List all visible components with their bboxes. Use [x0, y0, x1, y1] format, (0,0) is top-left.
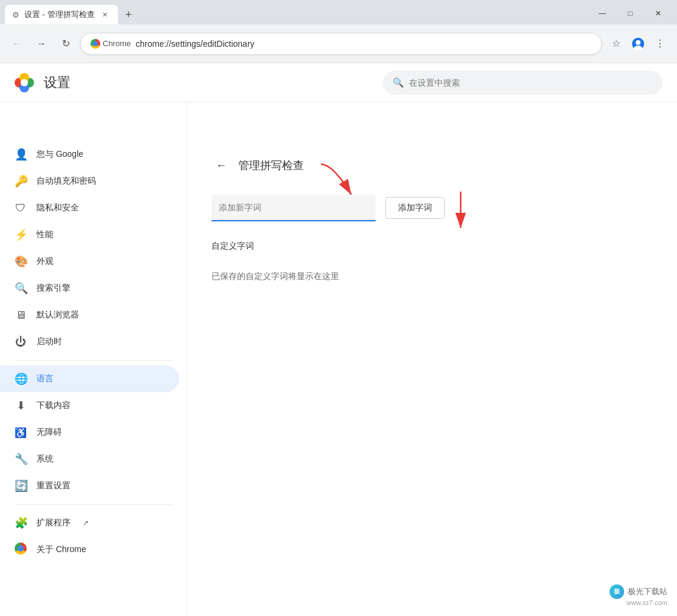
reset-icon: 🔄	[15, 479, 27, 493]
external-link-icon: ↗	[83, 519, 89, 527]
watermark-icon: 极	[610, 584, 624, 599]
key-icon: 🔑	[15, 175, 27, 188]
settings-logo	[15, 73, 34, 92]
sidebar-extensions-label: 扩展程序	[36, 517, 70, 528]
forward-button[interactable]: →	[32, 34, 51, 54]
watermark-site-name: 极光下载站	[628, 586, 667, 597]
sidebar-item-label: 性能	[36, 229, 53, 240]
sidebar: 👤 您与 Google 🔑 自动填充和密码 🛡 隐私和安全 ⚡ 性能 🎨 外观 …	[0, 102, 187, 616]
download-icon: ⬇	[15, 399, 27, 412]
sidebar-item-label: 默认浏览器	[36, 310, 79, 320]
custom-words-section: 自定义字词 已保存的自定义字词将显示在这里	[211, 241, 649, 292]
empty-state-text: 已保存的自定义字词将显示在这里	[211, 261, 649, 292]
svg-point-1	[636, 40, 641, 45]
tab-close-button[interactable]: ✕	[100, 9, 111, 20]
power-icon: ⏻	[15, 336, 27, 348]
input-section: 添加字词	[211, 195, 649, 221]
search-input[interactable]	[409, 78, 653, 88]
sidebar-item-downloads[interactable]: ⬇ 下载内容	[0, 392, 179, 419]
sidebar-item-label: 无障碍	[36, 427, 62, 438]
sidebar-item-language[interactable]: 🌐 语言	[0, 365, 179, 392]
settings-title: 设置	[44, 74, 70, 92]
maximize-button[interactable]: □	[616, 5, 644, 22]
tab-title: 设置 - 管理拼写检查	[24, 9, 95, 20]
settings-top-bar: 设置 🔍	[0, 63, 677, 102]
sidebar-item-reset[interactable]: 🔄 重置设置	[0, 472, 179, 499]
sidebar-item-label: 您与 Google	[36, 149, 83, 160]
sidebar-item-label: 系统	[36, 454, 53, 465]
window-controls: — □ ✕	[588, 5, 672, 22]
sidebar-item-label: 语言	[36, 373, 53, 384]
search-icon: 🔍	[393, 77, 404, 88]
sidebar-divider-2	[15, 504, 172, 505]
wrench-icon: 🔧	[15, 452, 27, 466]
sidebar-item-google[interactable]: 👤 您与 Google	[0, 141, 179, 168]
titlebar: ⚙ 设置 - 管理拼写检查 ✕ + — □ ✕	[0, 0, 677, 24]
sidebar-item-about[interactable]: 关于 Chrome	[0, 536, 179, 563]
active-tab[interactable]: ⚙ 设置 - 管理拼写检查 ✕	[5, 5, 118, 24]
sidebar-item-appearance[interactable]: 🎨 外观	[0, 248, 179, 275]
sidebar-item-performance[interactable]: ⚡ 性能	[0, 221, 179, 248]
settings-search-bar[interactable]: 🔍	[383, 71, 662, 95]
sidebar-item-privacy[interactable]: 🛡 隐私和安全	[0, 195, 179, 221]
sidebar-item-browser[interactable]: 🖥 默认浏览器	[0, 302, 179, 328]
back-button[interactable]: ←	[211, 156, 231, 175]
sidebar-item-accessibility[interactable]: ♿ 无障碍	[0, 419, 179, 446]
language-icon: 🌐	[15, 372, 27, 386]
menu-icon[interactable]: ⋮	[650, 34, 670, 54]
minimize-button[interactable]: —	[588, 5, 616, 22]
url-bar[interactable]: Chrome chrome://settings/editDictionary	[80, 33, 602, 55]
close-button[interactable]: ✕	[644, 5, 672, 22]
chrome-about-icon	[15, 542, 27, 558]
page-title: 管理拼写检查	[238, 158, 304, 173]
watermark: 极 极光下载站 www.xz7.com	[610, 584, 667, 606]
content-inner: ← 管理拼写检查	[187, 141, 673, 306]
sidebar-divider	[15, 360, 172, 361]
addressbar: ← → ↻ Chrome chrome://settings/editDicti…	[0, 24, 677, 63]
full-layout: 设置 🔍 👤 您与 Google 🔑 自动填充和密码 🛡 隐私和安全	[0, 63, 677, 616]
sidebar-item-label: 重置设置	[36, 480, 70, 491]
main-content: ← 管理拼写检查	[187, 102, 677, 616]
sidebar-item-extensions[interactable]: 🧩 扩展程序 ↗	[0, 510, 179, 536]
sidebar-item-autofill[interactable]: 🔑 自动填充和密码	[0, 168, 179, 195]
chrome-logo-icon	[91, 39, 100, 49]
profile-icon[interactable]	[628, 34, 648, 54]
new-tab-button[interactable]: +	[120, 6, 137, 23]
sidebar-item-label: 自动填充和密码	[36, 176, 96, 187]
browser-icon: 🖥	[15, 309, 27, 322]
back-button[interactable]: ←	[7, 34, 27, 54]
addressbar-icons: ☆ ⋮	[607, 34, 670, 54]
chrome-badge: Chrome	[91, 39, 131, 49]
sidebar-item-system[interactable]: 🔧 系统	[0, 446, 179, 472]
paint-icon: 🎨	[15, 255, 27, 268]
bookmark-icon[interactable]: ☆	[607, 34, 626, 54]
accessibility-icon: ♿	[15, 427, 27, 438]
word-input-field[interactable]	[211, 195, 376, 221]
watermark-url: www.xz7.com	[610, 599, 667, 606]
page-header: ← 管理拼写检查	[211, 156, 649, 175]
performance-icon: ⚡	[15, 228, 27, 241]
chrome-label: Chrome	[103, 39, 131, 48]
search-nav-icon: 🔍	[15, 282, 27, 295]
tab-settings-icon: ⚙	[12, 10, 19, 19]
sidebar-item-label: 隐私和安全	[36, 202, 79, 213]
person-icon: 👤	[15, 148, 27, 161]
sidebar-item-label: 外观	[36, 256, 53, 267]
word-input-row: 添加字词	[211, 195, 649, 221]
shield-icon: 🛡	[15, 202, 27, 215]
watermark-logo: 极 极光下载站	[610, 584, 667, 599]
svg-point-7	[21, 79, 28, 86]
add-word-button[interactable]: 添加字词	[385, 197, 445, 219]
sidebar-item-startup[interactable]: ⏻ 启动时	[0, 328, 179, 355]
sidebar-item-search[interactable]: 🔍 搜索引擎	[0, 275, 179, 302]
sidebar-item-label: 启动时	[36, 336, 62, 347]
section-title: 自定义字词	[211, 241, 649, 252]
sidebar-item-label: 搜索引擎	[36, 283, 70, 294]
body-layout: 👤 您与 Google 🔑 自动填充和密码 🛡 隐私和安全 ⚡ 性能 🎨 外观 …	[0, 102, 677, 616]
sidebar-item-label: 下载内容	[36, 400, 70, 411]
refresh-button[interactable]: ↻	[56, 34, 75, 54]
sidebar-about-label: 关于 Chrome	[36, 544, 86, 555]
url-text: chrome://settings/editDictionary	[136, 39, 591, 49]
puzzle-icon: 🧩	[15, 516, 27, 530]
